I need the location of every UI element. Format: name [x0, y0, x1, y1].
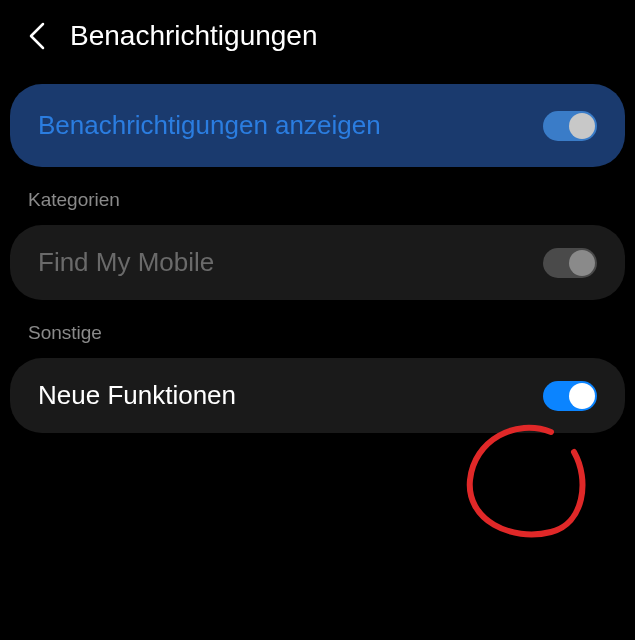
section-label-categories: Kategorien	[0, 167, 635, 225]
new-features-label: Neue Funktionen	[38, 380, 236, 411]
new-features-row[interactable]: Neue Funktionen	[10, 358, 625, 433]
page-title: Benachrichtigungen	[70, 20, 318, 52]
toggle-knob	[569, 250, 595, 276]
section-label-other: Sonstige	[0, 300, 635, 358]
header: Benachrichtigungen	[0, 0, 635, 76]
new-features-toggle[interactable]	[543, 381, 597, 411]
show-notifications-toggle[interactable]	[543, 111, 597, 141]
find-my-mobile-label: Find My Mobile	[38, 247, 214, 278]
find-my-mobile-toggle[interactable]	[543, 248, 597, 278]
toggle-knob	[569, 383, 595, 409]
back-icon[interactable]	[24, 23, 50, 49]
show-notifications-row[interactable]: Benachrichtigungen anzeigen	[10, 84, 625, 167]
find-my-mobile-row[interactable]: Find My Mobile	[10, 225, 625, 300]
show-notifications-label: Benachrichtigungen anzeigen	[38, 110, 381, 141]
toggle-knob	[569, 113, 595, 139]
